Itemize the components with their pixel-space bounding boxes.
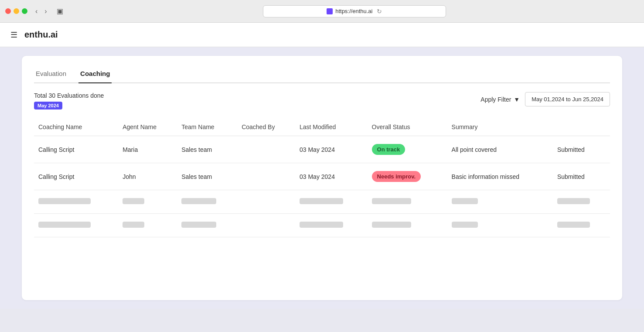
cell-summary: Basic information missed	[447, 163, 553, 190]
skeleton-block	[557, 198, 590, 204]
favicon	[327, 8, 333, 14]
sidebar-toggle-button[interactable]: ▣	[55, 6, 65, 16]
cell-action: Submitted	[553, 136, 610, 163]
col-team-name: Team Name	[177, 118, 237, 136]
cell-overall-status: Needs improv.	[368, 163, 447, 190]
table-row: Calling Script John Sales team 03 May 20…	[34, 163, 610, 190]
col-overall-status: Overall Status	[368, 118, 447, 136]
col-action	[553, 118, 610, 136]
apply-filter-button[interactable]: Apply Filter ▼	[480, 96, 520, 103]
cell-last-modified: 03 May 2024	[295, 163, 368, 190]
cell-coaching-name: Calling Script	[34, 136, 118, 163]
cell-overall-status: On track	[368, 136, 447, 163]
traffic-lights	[5, 8, 27, 14]
col-summary: Summary	[447, 118, 553, 136]
cell-agent-name: John	[118, 163, 177, 190]
cell-coaching-name: Calling Script	[34, 163, 118, 190]
cell-team-name: Sales team	[177, 136, 237, 163]
skeleton-block	[38, 198, 91, 204]
cell-coached-by	[237, 163, 295, 190]
status-badge-on-track: On track	[372, 144, 405, 155]
cell-coached-by	[237, 136, 295, 163]
col-coached-by: Coached By	[237, 118, 295, 136]
tab-evaluation[interactable]: Evaluation	[34, 66, 68, 83]
skeleton-block	[123, 198, 144, 204]
month-badge: May 2024	[34, 102, 62, 110]
maximize-button[interactable]	[22, 8, 27, 14]
app-logo: enthu.ai	[24, 30, 58, 40]
address-bar: https://enthu.ai ↻	[70, 5, 639, 17]
skeleton-block	[557, 222, 590, 228]
apply-filter-label: Apply Filter	[480, 96, 511, 103]
main-card: Evaluation Coaching Total 30 Evaluations…	[22, 56, 622, 300]
col-coaching-name: Coaching Name	[34, 118, 118, 136]
skeleton-block	[372, 198, 411, 204]
cell-team-name: Sales team	[177, 163, 237, 190]
cell-summary: All point covered	[447, 136, 553, 163]
skeleton-block	[123, 222, 144, 228]
table-row-skeleton	[34, 190, 610, 214]
skeleton-block	[181, 222, 216, 228]
hamburger-icon[interactable]: ☰	[10, 30, 17, 40]
reload-button[interactable]: ↻	[377, 8, 382, 15]
coaching-table: Coaching Name Agent Name Team Name Coach…	[34, 118, 610, 237]
skeleton-block	[452, 198, 478, 204]
table-header-row: Coaching Name Agent Name Team Name Coach…	[34, 118, 610, 136]
skeleton-block	[181, 198, 216, 204]
table-row: Calling Script Maria Sales team 03 May 2…	[34, 136, 610, 163]
cell-action: Submitted	[553, 163, 610, 190]
filter-area: Apply Filter ▼ May 01,2024 to Jun 25,202…	[480, 92, 610, 106]
cell-agent-name: Maria	[118, 136, 177, 163]
back-button[interactable]: ‹	[33, 7, 40, 16]
skeleton-block	[300, 222, 343, 228]
table-row-skeleton	[34, 214, 610, 237]
main-wrapper: ☰ enthu.ai Evaluation Coaching Total 30 …	[0, 23, 644, 309]
skeleton-block	[300, 198, 343, 204]
cell-last-modified: 03 May 2024	[295, 136, 368, 163]
date-range-box[interactable]: May 01,2024 to Jun 25,2024	[525, 92, 610, 106]
filter-icon: ▼	[514, 96, 520, 103]
top-navbar: ☰ enthu.ai	[0, 23, 644, 47]
close-button[interactable]	[5, 8, 11, 14]
forward-button[interactable]: ›	[42, 7, 49, 16]
url-text: https://enthu.ai	[335, 8, 372, 14]
skeleton-block	[38, 222, 91, 228]
col-agent-name: Agent Name	[118, 118, 177, 136]
col-last-modified: Last Modified	[295, 118, 368, 136]
minimize-button[interactable]	[14, 8, 19, 14]
status-badge-needs-improv: Needs improv.	[372, 171, 421, 182]
url-box[interactable]: https://enthu.ai ↻	[263, 5, 446, 17]
content-background: Evaluation Coaching Total 30 Evaluations…	[0, 47, 644, 309]
skeleton-block	[372, 222, 411, 228]
skeleton-block	[452, 222, 478, 228]
nav-buttons: ‹ ›	[33, 7, 50, 16]
total-evaluations-label: Total 30 Evaluations done	[34, 92, 104, 99]
tabs-container: Evaluation Coaching	[34, 66, 610, 83]
browser-chrome: ‹ › ▣ https://enthu.ai ↻	[0, 0, 644, 23]
summary-section: Total 30 Evaluations done May 2024	[34, 92, 104, 110]
tab-coaching[interactable]: Coaching	[78, 66, 112, 83]
